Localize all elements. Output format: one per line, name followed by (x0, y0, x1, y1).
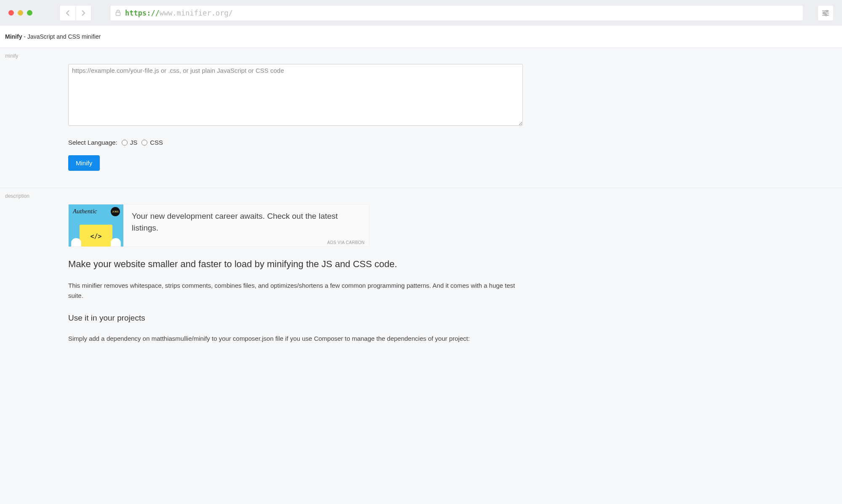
browser-chrome: https://www.minifier.org/ (0, 0, 842, 26)
url-bar[interactable]: https://www.minifier.org/ (110, 5, 803, 21)
description-section: description Authentic JOBS </> Your new … (0, 188, 842, 361)
radio-css-text: CSS (150, 139, 163, 146)
ad-hand-right-icon (111, 238, 121, 247)
ad-hand-left-icon (71, 238, 81, 247)
minimize-window-button[interactable] (18, 10, 23, 16)
use-in-projects-heading: Use it in your projects (68, 313, 523, 323)
brand-tagline: - JavaScript and CSS minifier (22, 33, 101, 40)
ad-brand-script: Authentic (73, 208, 97, 215)
maximize-window-button[interactable] (27, 10, 32, 16)
nav-buttons (59, 5, 91, 21)
section-label-minify: minify (0, 48, 842, 64)
description-lead: Make your website smaller and faster to … (68, 259, 523, 270)
page-header: Minify - JavaScript and CSS minifier (0, 26, 842, 48)
use-in-projects-paragraph: Simply add a dependency on matthiasmulli… (68, 334, 523, 344)
lock-icon (115, 10, 121, 16)
back-button[interactable] (59, 5, 75, 21)
forward-button[interactable] (75, 5, 91, 21)
radio-js-label[interactable]: JS (122, 139, 138, 146)
ad-laptop-icon: </> (80, 225, 112, 247)
svg-point-4 (823, 12, 825, 14)
radio-js-text: JS (130, 139, 138, 146)
radio-css[interactable] (141, 140, 147, 146)
carbon-ad[interactable]: Authentic JOBS </> Your new development … (68, 204, 369, 247)
svg-point-2 (826, 10, 828, 12)
description-paragraph: This minifier removes whitespace, strips… (68, 281, 523, 301)
brand-name: Minify (5, 33, 22, 40)
url-host: www.minifier.org/ (160, 9, 233, 17)
ad-via-label: ADS VIA CARBON (323, 239, 369, 247)
svg-rect-0 (116, 12, 120, 16)
section-label-description: description (0, 188, 842, 204)
settings-button[interactable] (818, 5, 834, 21)
radio-css-label[interactable]: CSS (141, 139, 163, 146)
ad-code-glyph: </> (90, 233, 101, 240)
ad-badge-icon: JOBS (111, 207, 120, 216)
select-language-label: Select Language: (68, 139, 117, 146)
ad-image: Authentic JOBS </> (69, 204, 123, 247)
close-window-button[interactable] (8, 10, 14, 16)
code-input[interactable] (68, 64, 523, 126)
url-protocol: https:// (125, 9, 160, 17)
svg-point-6 (825, 14, 827, 16)
minify-button[interactable]: Minify (68, 155, 100, 171)
radio-js[interactable] (122, 140, 128, 146)
window-controls (8, 10, 32, 16)
minify-section: minify Select Language: JS CSS Minify (0, 48, 842, 188)
language-selector: Select Language: JS CSS (68, 139, 523, 146)
